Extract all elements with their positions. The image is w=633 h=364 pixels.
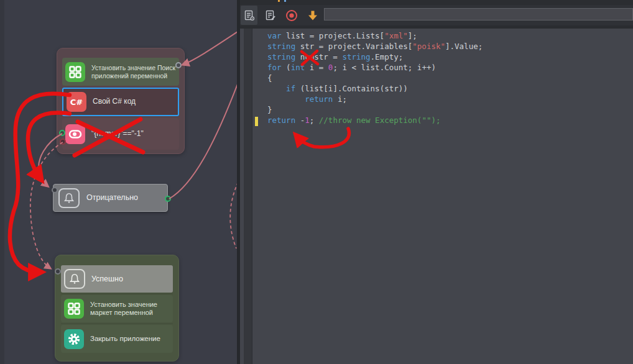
action-set-variable-poisk[interactable]: Установить значение Поиск приложений пер…: [62, 58, 179, 86]
condition-nomer[interactable]: "{nomer}"=="-1": [62, 118, 179, 150]
grid-icon: [65, 62, 85, 82]
action-set-variable-market[interactable]: Установить значение маркет переменной: [61, 295, 173, 322]
action-close-app[interactable]: Закрыть приложение: [61, 325, 173, 353]
port-condition-false[interactable]: [60, 139, 66, 145]
port-negative-in[interactable]: [52, 187, 58, 193]
code-text[interactable]: var list = project.Lists["xml"];string s…: [267, 30, 483, 125]
node-success[interactable]: Успешно: [61, 265, 173, 293]
clipped-content-fragment: [284, 0, 286, 2]
bell-icon: [64, 269, 85, 289]
document-edit-button[interactable]: [262, 6, 279, 25]
node-label: Успешно: [91, 275, 123, 283]
port-group-top-in[interactable]: [175, 62, 182, 68]
toggle-icon: [65, 124, 85, 144]
port-success-in[interactable]: [55, 268, 61, 275]
action-label: Свой C# код: [93, 98, 136, 106]
app-window: Установить значение Поиск приложений пер…: [0, 0, 633, 364]
canvas-edge: [0, 0, 4, 364]
document-settings-button[interactable]: [241, 6, 257, 25]
csharp-icon: C#: [67, 92, 86, 112]
port-condition-true[interactable]: [59, 130, 65, 136]
node-negative[interactable]: Отрицательно: [53, 184, 168, 212]
download-arrow-button[interactable]: [304, 6, 321, 25]
toolbar-input[interactable]: [324, 8, 633, 20]
node-label: Отрицательно: [86, 193, 138, 202]
row-separator: [61, 323, 173, 324]
top-strip: [240, 0, 633, 5]
changed-line-marker: [255, 117, 258, 126]
action-csharp-code[interactable]: C# Свой C# код: [62, 88, 179, 116]
port-negative-out[interactable]: [165, 196, 171, 202]
condition-label: "{nomer}"=="-1": [91, 130, 144, 139]
row-separator: [61, 293, 173, 294]
bell-icon: [58, 188, 80, 208]
editor-gutter: [244, 29, 252, 364]
gear-icon: [64, 329, 84, 349]
action-label: Установить значение Поиск приложений пер…: [91, 64, 175, 79]
action-label: Установить значение маркет переменной: [90, 301, 157, 316]
action-label: Закрыть приложение: [90, 335, 160, 343]
record-button[interactable]: [283, 6, 300, 25]
clipped-content-fragment: [278, 0, 280, 2]
grid-icon: [64, 299, 84, 319]
